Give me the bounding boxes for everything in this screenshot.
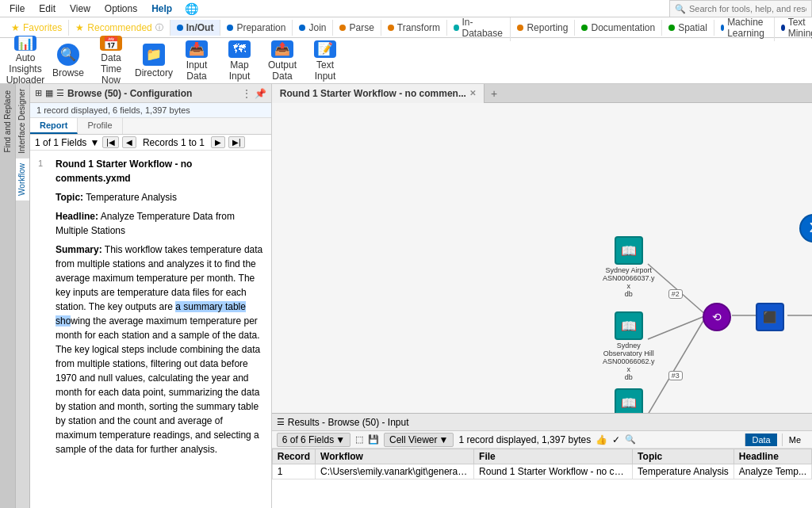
svg-line-2 [648,315,707,413]
node-singapore[interactable]: 📖 Singapore ChangiIntlSNM0004898.yxdb [601,388,657,413]
nav-prev-first-btn[interactable]: |◀ [102,136,119,148]
tool-textinput[interactable]: 📝 Text Input [304,40,346,82]
toolbar-tab-inout[interactable]: In/Out [170,20,221,36]
col-header-file: File [474,449,633,464]
badge-2: #2 [668,289,683,299]
toolbar-tab-recommended[interactable]: ★ Recommended ⓘ [69,20,170,36]
record-title: Round 1 Starter Workflow - no comments.y… [56,157,263,185]
node-select[interactable]: ⬛ [756,303,784,331]
star-icon-2: ★ [75,22,84,33]
menu-item-options[interactable]: Options [98,2,144,16]
dot-doc [581,25,588,31]
menu-item-edit[interactable]: Edit [33,2,62,16]
panel-header: ⊞ ▦ ☰ Browse (50) - Configuration ⋮ 📌 [30,84,271,103]
node-union[interactable]: ⟲ [703,303,731,331]
toolbar-icons: 📊 Auto Insights Uploader 🔍 Browse 📅 Data… [0,38,812,84]
results-check[interactable]: ✓ [612,434,620,445]
results-thumbs-up[interactable]: 👍 [596,434,607,445]
nav-prev-btn[interactable]: ◀ [122,136,136,148]
cell-topic: Temperature Analysis [633,464,734,479]
toolbar-tabs: ★ Favorites ★ Recommended ⓘ In/Out Prepa… [0,17,812,38]
vertical-tabs: Interface Designer Workflow [16,84,30,508]
toolbar-tab-reporting[interactable]: Reporting [511,20,575,36]
workflow-tab-label: Round 1 Starter Workflow - no commen... [280,88,466,99]
menu-item-help[interactable]: Help [145,2,178,16]
dot-textmining [781,25,785,31]
record-headline: Headline: Analyze Temperature Data from … [56,209,263,238]
node-sydney-obs[interactable]: 📖 SydneyObservatory HillASN00066062.yxdb [601,311,657,381]
tool-auto-insights[interactable]: 📊 Auto Insights Uploader [5,40,46,82]
menu-item-file[interactable]: File [3,2,31,16]
panel-pin-icon[interactable]: 📌 [255,88,266,99]
toolbar-tab-spatial[interactable]: Spatial [662,20,714,36]
toolbar-tab-favorites[interactable]: ★ Favorites [5,20,69,36]
node-summarize[interactable]: Σ [799,214,812,243]
col-header-workflow: Workflow [316,449,474,464]
col-header-headline: Headline [733,449,811,464]
workflow-tab-close[interactable]: ✕ [469,89,476,97]
toolbar-tab-parse[interactable]: Parse [333,20,381,36]
svg-line-1 [648,315,707,339]
toolbar-tab-preparation[interactable]: Preparation [220,20,293,36]
vert-tab-workflow[interactable]: Workflow [16,159,29,201]
tool-directory[interactable]: 📁 Directory [133,40,174,82]
tool-outputdata[interactable]: 📤 Output Data [262,40,303,82]
menu-item-view[interactable]: View [63,2,97,16]
tool-browse[interactable]: 🔍 Browse [48,40,89,82]
dot-indb [454,25,458,31]
find-replace-bar[interactable]: Find and Replace [0,84,16,508]
tabs-row: Report Profile [30,118,271,135]
toolbar-tab-transform[interactable]: Transform [381,20,447,36]
search-input[interactable] [689,4,806,13]
nav-next-last-btn[interactable]: ▶| [228,136,245,148]
panel-title: Browse (50) - Configuration [67,88,238,99]
fields-dropdown-icon[interactable]: ▼ [90,137,99,148]
dot-reporting [517,25,523,31]
tool-datetime[interactable]: 📅 Data Time Now [90,40,132,82]
table-row: 1 C:\Users\emily.vanark\git\generative_a… [272,464,811,479]
record-number: 1 [38,157,49,456]
cell-viewer-btn[interactable]: Cell Viewer ▼ [384,433,454,447]
tool-inputdata[interactable]: 📥 Input Data [176,40,217,82]
tool-mapinput[interactable]: 🗺 Map Input [219,40,260,82]
table-row: 1 Round 1 Starter Workflow - no comments… [38,157,263,456]
search-bar[interactable]: 🔍 [669,0,812,17]
results-tab-me[interactable]: Me [782,434,807,446]
cell-file: Round 1 Starter Workflow - no comments.y… [474,464,633,479]
results-search[interactable]: 🔍 [625,434,636,445]
node-sydney-airport[interactable]: 📖 Sydney AirportASN00066037.yxdb [601,236,657,298]
record-topic: Topic: Temperature Analysis [56,190,263,204]
panel-menu-icon[interactable]: ⋮ [241,88,252,99]
dot-inout [177,25,183,31]
toolbar-tab-ml[interactable]: Machine Learning [714,14,775,41]
toolbar-tab-join[interactable]: Join [293,20,333,36]
canvas-connections [272,103,812,413]
tab-report[interactable]: Report [30,118,78,134]
results-copy-icon[interactable]: ⬚ [355,434,363,445]
results-save-icon[interactable]: 💾 [368,434,379,445]
cell-record: 1 [272,464,315,479]
globe-icon: 🌐 [185,2,198,15]
nav-next-btn[interactable]: ▶ [211,136,225,148]
workflow-tab-add[interactable]: + [485,87,504,100]
record-content: 1 Round 1 Starter Workflow - no comments… [30,151,271,508]
panel-icon-table: ▦ [45,88,53,98]
results-tab-data[interactable]: Data [745,434,776,446]
vert-tab-interface-designer[interactable]: Interface Designer [16,84,29,159]
fields-selector-btn[interactable]: 6 of 6 Fields ▼ [277,433,350,447]
dot-spatial [668,25,675,31]
dot-ml [721,25,724,31]
dot-transform [388,25,394,31]
left-panel: ⊞ ▦ ☰ Browse (50) - Configuration ⋮ 📌 1 … [30,84,272,508]
panel-header-actions: ⋮ 📌 [241,88,266,99]
toolbar-tab-indatabase[interactable]: In-Database [447,14,511,41]
workflow-tabs: Round 1 Starter Workflow - no commen... … [272,84,812,103]
canvas-area[interactable]: 📖 Sydney AirportASN00066037.yxdb 📖 Sydne… [272,103,812,413]
results-header: ☰ Results - Browse (50) - Input [272,414,812,431]
workflow-tab-main[interactable]: Round 1 Starter Workflow - no commen... … [272,84,485,103]
results-toolbar: 6 of 6 Fields ▼ ⬚ 💾 Cell Viewer ▼ 1 reco… [272,431,812,449]
toolbar-tab-documentation[interactable]: Documentation [575,20,662,36]
toolbar-tab-textmining[interactable]: Text Mining [775,14,812,41]
tab-profile[interactable]: Profile [78,118,122,134]
results-panel: ☰ Results - Browse (50) - Input 6 of 6 F… [272,413,812,508]
